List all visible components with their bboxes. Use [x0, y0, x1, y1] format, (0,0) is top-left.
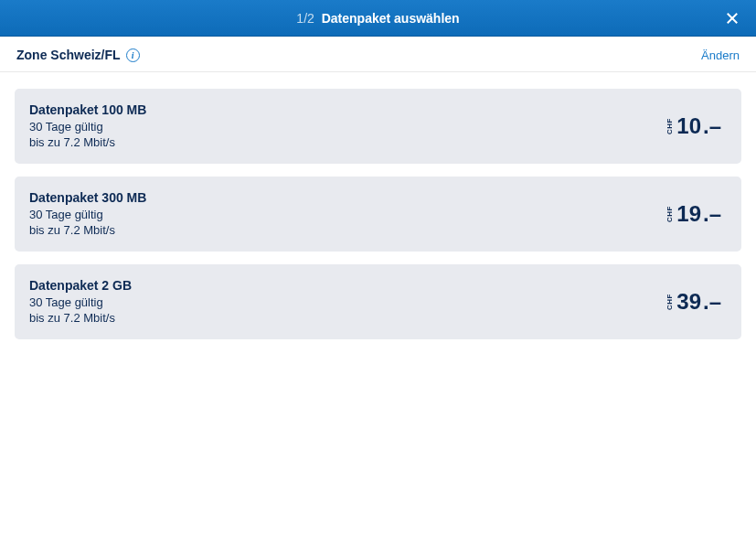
price-amount: 39 [676, 289, 701, 315]
package-info: Datenpaket 300 MB 30 Tage gültig bis zu … [29, 189, 146, 239]
package-name: Datenpaket 100 MB [29, 102, 146, 119]
package-speed: bis zu 7.2 Mbit/s [29, 310, 132, 327]
package-validity: 30 Tage gültig [29, 119, 146, 135]
header-title: 1/2 Datenpaket auswählen [296, 11, 459, 26]
package-card[interactable]: Datenpaket 100 MB 30 Tage gültig bis zu … [15, 89, 741, 164]
package-name: Datenpaket 300 MB [29, 189, 146, 207]
package-info: Datenpaket 100 MB 30 Tage gültig bis zu … [29, 102, 146, 151]
header-text: Datenpaket auswählen [322, 11, 460, 26]
info-icon[interactable]: i [126, 48, 140, 62]
change-zone-link[interactable]: Ändern [701, 48, 740, 62]
package-validity: 30 Tage gültig [29, 207, 146, 223]
package-card[interactable]: Datenpaket 300 MB 30 Tage gültig bis zu … [15, 177, 741, 252]
zone-left: Zone Schweiz/FL i [16, 48, 140, 62]
package-speed: bis zu 7.2 Mbit/s [29, 222, 146, 239]
price-currency: CHF [665, 206, 674, 222]
package-price: CHF 10 .– [665, 113, 721, 139]
step-indicator: 1/2 [296, 11, 314, 26]
package-speed: bis zu 7.2 Mbit/s [29, 134, 146, 151]
price-currency: CHF [665, 118, 674, 134]
price-amount: 19 [676, 201, 701, 227]
package-price: CHF 39 .– [665, 289, 721, 315]
price-suffix: .– [703, 289, 721, 315]
dialog-header: 1/2 Datenpaket auswählen [0, 0, 756, 37]
zone-label: Zone Schweiz/FL [16, 48, 121, 62]
price-suffix: .– [703, 113, 721, 139]
price-currency: CHF [665, 294, 674, 310]
price-suffix: .– [703, 201, 721, 227]
package-info: Datenpaket 2 GB 30 Tage gültig bis zu 7.… [29, 277, 132, 327]
zone-bar: Zone Schweiz/FL i Ändern [0, 37, 756, 72]
package-card[interactable]: Datenpaket 2 GB 30 Tage gültig bis zu 7.… [15, 264, 741, 339]
package-validity: 30 Tage gültig [29, 295, 132, 311]
package-price: CHF 19 .– [665, 201, 721, 227]
package-list: Datenpaket 100 MB 30 Tage gültig bis zu … [0, 72, 756, 348]
price-amount: 10 [676, 113, 701, 139]
close-button[interactable] [721, 7, 743, 29]
close-icon [724, 10, 740, 27]
package-name: Datenpaket 2 GB [29, 277, 132, 295]
